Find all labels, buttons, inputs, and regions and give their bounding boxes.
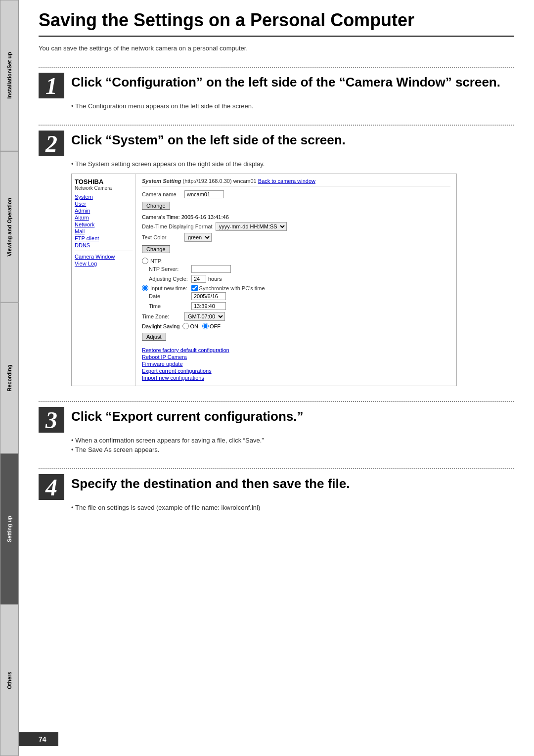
cam-date-format-select[interactable]: yyyy-mm-dd HH:MM:SS bbox=[216, 222, 287, 231]
cam-logo: TOSHIBA Network Camera bbox=[75, 178, 133, 191]
cam-url: (http://192.168.0.30) wncam01 bbox=[183, 178, 258, 184]
cam-sync-label: Synchronize with PC's time bbox=[199, 285, 265, 291]
cam-timezone-label: Time Zone: bbox=[142, 313, 181, 319]
cam-ntp-label: NTP: bbox=[150, 258, 163, 264]
cam-adjust-cycle-input[interactable] bbox=[191, 275, 206, 283]
main-content: Saving the Settings on a Personal Comput… bbox=[19, 0, 534, 546]
cam-nav-divider bbox=[75, 251, 133, 251]
cam-main-panel: System Setting (http://192.168.0.30) wnc… bbox=[136, 174, 456, 386]
step-3-header: 3 Click “Export current configurations.” bbox=[39, 407, 514, 433]
cam-change2-row: Change bbox=[142, 244, 450, 256]
step-2-divider bbox=[39, 125, 514, 126]
cam-sidebar: TOSHIBA Network Camera System User Admin… bbox=[72, 174, 136, 386]
step-4-bullet-1: The file on settings is saved (example o… bbox=[71, 504, 514, 511]
cam-time-label: Time bbox=[149, 303, 188, 309]
step-1-bullet-1: The Configuration menu appears on the le… bbox=[71, 102, 514, 110]
step-3-section: 3 Click “Export current configurations.”… bbox=[39, 401, 514, 453]
cam-logo-sub: Network Camera bbox=[75, 185, 133, 191]
step-4-section: 4 Specify the destination and then save … bbox=[39, 468, 514, 511]
cam-text-color-select[interactable]: green bbox=[184, 233, 212, 242]
cam-timezone-select[interactable]: GMT-07:00 bbox=[184, 312, 225, 321]
cam-nav-ddns[interactable]: DDNS bbox=[75, 242, 133, 248]
cam-adjust-cycle-row: Adjusting Cycle: hours bbox=[149, 275, 450, 283]
cam-date-format-label: Date-Time Displaying Format bbox=[142, 223, 213, 229]
cam-text-color-row: Text Color green bbox=[142, 233, 450, 242]
cam-name-row: Camera name bbox=[142, 190, 450, 198]
step-4-body: The file on settings is saved (example o… bbox=[71, 504, 514, 511]
cam-nav-alarm[interactable]: Alarm bbox=[75, 215, 133, 221]
cam-daylight-off-radio[interactable] bbox=[202, 323, 209, 329]
cam-name-label: Camera name bbox=[142, 191, 181, 197]
cam-daylight-label: Daylight Saving bbox=[142, 323, 179, 329]
step-2-bullet-1: The System setting screen appears on the… bbox=[71, 160, 514, 168]
step-2-title: Click “System” on the left side of the s… bbox=[71, 131, 346, 148]
cam-nav-camera-window[interactable]: Camera Window bbox=[75, 254, 133, 260]
step-4-header: 4 Specify the destination and then save … bbox=[39, 474, 514, 500]
cam-link-import[interactable]: Import new configurations bbox=[142, 375, 450, 381]
cam-nav-mail[interactable]: Mail bbox=[75, 228, 133, 234]
cam-nav-view-log[interactable]: View Log bbox=[75, 261, 133, 267]
step-3-bullet-2: The Save As screen appears. bbox=[71, 446, 514, 453]
step-1-section: 1 Click “Configuration” on the left side… bbox=[39, 67, 514, 110]
cam-nav-system[interactable]: System bbox=[75, 194, 133, 200]
cam-input-time-radio[interactable] bbox=[142, 285, 148, 291]
cam-header-bar: System Setting (http://192.168.0.30) wnc… bbox=[142, 178, 450, 186]
cam-date-label: Date bbox=[149, 293, 188, 299]
side-tabs: Installation/Set up Viewing and Operatio… bbox=[0, 0, 19, 756]
cam-date-input[interactable] bbox=[191, 292, 226, 300]
step-2-header: 2 Click “System” on the left side of the… bbox=[39, 131, 514, 156]
cam-nav-user[interactable]: User bbox=[75, 201, 133, 207]
cam-time-input[interactable] bbox=[191, 302, 226, 310]
cam-time-input-row: Time bbox=[149, 302, 450, 310]
step-1-title: Click “Configuration” on the left side o… bbox=[71, 73, 500, 90]
step-3-divider bbox=[39, 401, 514, 402]
cam-nav-admin[interactable]: Admin bbox=[75, 208, 133, 214]
cam-name-input[interactable] bbox=[184, 190, 224, 198]
step-3-body: When a confirmation screen appears for s… bbox=[71, 437, 514, 453]
cam-links-section: Restore factory default configuration Re… bbox=[142, 347, 450, 381]
step-2-section: 2 Click “System” on the left side of the… bbox=[39, 125, 514, 386]
cam-adjust-button-row: Adjust bbox=[142, 331, 450, 343]
cam-daylight-on-label: ON bbox=[190, 323, 198, 329]
sidebar-item-viewing[interactable]: Viewing and Operation bbox=[0, 151, 19, 303]
step-3-title: Click “Export current configurations.” bbox=[71, 407, 304, 424]
cam-daylight-on-radio[interactable] bbox=[182, 323, 189, 329]
sidebar-item-installation[interactable]: Installation/Set up bbox=[0, 0, 19, 151]
cam-link-reboot[interactable]: Reboot IP Camera bbox=[142, 354, 450, 360]
step-1-header: 1 Click “Configuration” on the left side… bbox=[39, 73, 514, 98]
cam-date-format-row: Date-Time Displaying Format yyyy-mm-dd H… bbox=[142, 222, 450, 231]
step-1-divider bbox=[39, 67, 514, 68]
cam-date-row: Date bbox=[149, 292, 450, 300]
camera-window-screenshot: TOSHIBA Network Camera System User Admin… bbox=[71, 174, 457, 386]
cam-nav-ftp[interactable]: FTP client bbox=[75, 235, 133, 241]
cam-daylight-row: Daylight Saving ON OFF bbox=[142, 323, 450, 329]
cam-link-restore[interactable]: Restore factory default configuration bbox=[142, 347, 450, 353]
cam-change2-button[interactable]: Change bbox=[142, 245, 170, 253]
step-1-body: The Configuration menu appears on the le… bbox=[71, 102, 514, 110]
step-1-number: 1 bbox=[39, 73, 64, 98]
sidebar-item-recording[interactable]: Recording bbox=[0, 303, 19, 454]
cam-link-firmware[interactable]: Firmware update bbox=[142, 361, 450, 367]
cam-sync-checkbox[interactable] bbox=[191, 285, 198, 291]
page-subtitle: You can save the settings of the network… bbox=[39, 44, 514, 52]
page-number: 74 bbox=[19, 732, 58, 746]
step-4-title: Specify the destination and then save th… bbox=[71, 474, 350, 491]
cam-ntp-radio-row: NTP: bbox=[142, 258, 450, 264]
step-3-number: 3 bbox=[39, 407, 64, 433]
sidebar-item-setting-up[interactable]: Setting up bbox=[0, 453, 19, 605]
step-3-bullet-1: When a confirmation screen appears for s… bbox=[71, 437, 514, 444]
cam-link-export[interactable]: Export current configurations bbox=[142, 368, 450, 374]
cam-ntp-server-input[interactable] bbox=[191, 265, 231, 273]
cam-ntp-radio[interactable] bbox=[142, 258, 148, 264]
cam-adjust-cycle-label: Adjusting Cycle: bbox=[149, 276, 188, 282]
cam-system-setting-label: System Setting bbox=[142, 178, 181, 184]
cam-back-link[interactable]: Back to camera window bbox=[258, 178, 315, 184]
cam-change-button[interactable]: Change bbox=[142, 202, 170, 210]
cam-hours-label: hours bbox=[208, 276, 222, 282]
cam-nav-network[interactable]: Network bbox=[75, 222, 133, 227]
cam-sync-row: Synchronize with PC's time bbox=[191, 285, 265, 291]
step-4-divider bbox=[39, 468, 514, 469]
cam-daylight-off-label: OFF bbox=[210, 323, 221, 329]
sidebar-item-others[interactable]: Others bbox=[0, 605, 19, 756]
cam-adjust-button[interactable]: Adjust bbox=[142, 333, 166, 341]
